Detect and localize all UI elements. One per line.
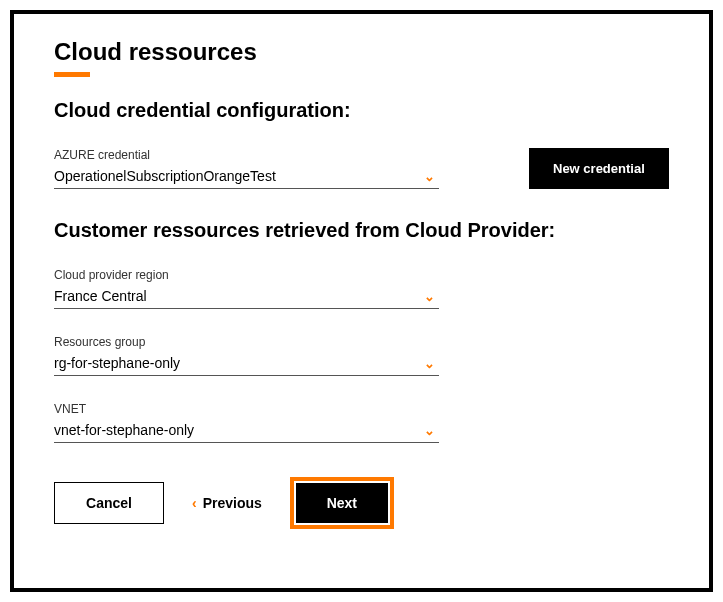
azure-credential-value-row: OperationelSubscriptionOrangeTest ⌄ bbox=[54, 168, 439, 184]
azure-credential-dropdown[interactable]: AZURE credential OperationelSubscription… bbox=[54, 148, 439, 189]
vnet-value-row: vnet-for-stephane-only ⌄ bbox=[54, 422, 439, 438]
chevron-down-icon: ⌄ bbox=[424, 423, 435, 438]
resource-group-value: rg-for-stephane-only bbox=[54, 355, 180, 371]
credential-row: AZURE credential OperationelSubscription… bbox=[54, 148, 669, 189]
page-frame: Cloud ressources Cloud credential config… bbox=[10, 10, 713, 592]
azure-credential-value: OperationelSubscriptionOrangeTest bbox=[54, 168, 276, 184]
page-title: Cloud ressources bbox=[54, 38, 669, 66]
region-value-row: France Central ⌄ bbox=[54, 288, 439, 304]
section-heading-resources: Customer ressources retrieved from Cloud… bbox=[54, 219, 669, 242]
vnet-value: vnet-for-stephane-only bbox=[54, 422, 194, 438]
chevron-left-icon: ‹ bbox=[192, 495, 197, 511]
resource-group-label: Resources group bbox=[54, 335, 439, 349]
chevron-down-icon: ⌄ bbox=[424, 289, 435, 304]
previous-label: Previous bbox=[203, 495, 262, 511]
region-dropdown[interactable]: Cloud provider region France Central ⌄ bbox=[54, 268, 439, 309]
cancel-button[interactable]: Cancel bbox=[54, 482, 164, 524]
vnet-label: VNET bbox=[54, 402, 439, 416]
wizard-footer: Cancel ‹ Previous Next bbox=[54, 477, 669, 529]
resource-group-value-row: rg-for-stephane-only ⌄ bbox=[54, 355, 439, 371]
new-credential-button[interactable]: New credential bbox=[529, 148, 669, 189]
chevron-down-icon: ⌄ bbox=[424, 169, 435, 184]
vnet-dropdown[interactable]: VNET vnet-for-stephane-only ⌄ bbox=[54, 402, 439, 443]
chevron-down-icon: ⌄ bbox=[424, 356, 435, 371]
resource-group-dropdown[interactable]: Resources group rg-for-stephane-only ⌄ bbox=[54, 335, 439, 376]
region-label: Cloud provider region bbox=[54, 268, 439, 282]
region-value: France Central bbox=[54, 288, 147, 304]
next-button[interactable]: Next bbox=[296, 483, 388, 523]
next-button-highlight: Next bbox=[290, 477, 394, 529]
azure-credential-label: AZURE credential bbox=[54, 148, 439, 162]
section-heading-credential: Cloud credential configuration: bbox=[54, 99, 669, 122]
resource-fields: Cloud provider region France Central ⌄ R… bbox=[54, 268, 669, 443]
previous-button[interactable]: ‹ Previous bbox=[192, 495, 262, 511]
title-underline bbox=[54, 72, 90, 77]
